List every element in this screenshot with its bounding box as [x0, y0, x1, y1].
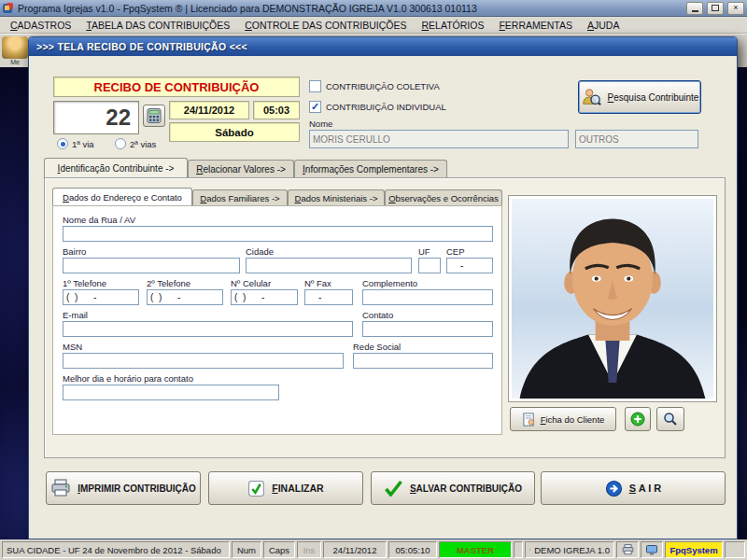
tab-identificacao-contribuinte[interactable]: Identificação Contribuinte -> — [44, 158, 188, 177]
rede-social-field[interactable] — [353, 353, 493, 369]
tab-observacoes-ocorrencias[interactable]: Observações e Ocorrências — [385, 189, 502, 205]
members-icon — [2, 36, 28, 59]
status-numlock: Num — [232, 541, 261, 558]
bairro-label: Bairro — [63, 246, 86, 257]
printer-icon — [50, 479, 71, 497]
bairro-field[interactable] — [63, 258, 240, 273]
portrait-photo-icon — [512, 199, 713, 399]
coletiva-checkbox[interactable]: CONTRIBUIÇÃO COLETIVA — [309, 80, 440, 92]
green-check-icon — [384, 480, 403, 497]
tab-label: Dados Ministeriais -> — [295, 193, 378, 203]
individual-checkbox[interactable]: ✓ CONTRIBUIÇÃO INDIVIDUAL — [309, 101, 446, 113]
inner-tabstrip: Dados do Endereço e Contato Dados Famili… — [52, 189, 502, 205]
maximize-button[interactable] — [707, 2, 724, 15]
receipt-number: 22 — [106, 105, 131, 131]
tab-dados-ministeriais[interactable]: Dados Ministeriais -> — [288, 189, 385, 205]
email-label: E-mail — [63, 310, 88, 320]
minimize-button[interactable] — [686, 2, 703, 15]
via1-radio[interactable]: 1ª via — [57, 138, 94, 149]
tab-label: Relacionar Valores -> — [196, 164, 286, 175]
menu-relatorios[interactable]: RELATÓRIOS — [416, 19, 491, 32]
msn-label: MSN — [63, 342, 82, 352]
receipt-date: 24/11/2012 — [184, 105, 234, 116]
app-mini-icon — [529, 545, 530, 554]
dialog-titlebar[interactable]: >>> TELA RECIBO DE CONTRIBUIÇÃO <<< — [29, 37, 737, 56]
complemento-label: Complemento — [362, 278, 417, 288]
main-tabstrip: Identificação Contribuinte -> Relacionar… — [44, 160, 726, 177]
close-button[interactable]: × — [727, 2, 744, 15]
receipt-time-box: 05:03 — [253, 101, 300, 119]
finalizar-label: FINALIZAR — [272, 483, 323, 494]
cep-field[interactable] — [446, 258, 493, 273]
melhor-contato-field[interactable] — [63, 385, 279, 400]
status-user-badge: MASTER — [439, 541, 512, 558]
tab-dados-familiares[interactable]: Dados Familiares -> — [192, 189, 288, 205]
fax-label: Nº Fax — [304, 278, 331, 288]
nome-field[interactable] — [309, 130, 569, 148]
cep-label: CEP — [446, 246, 465, 257]
dialog-title: >>> TELA RECIBO DE CONTRIBUIÇÃO <<< — [36, 41, 247, 52]
status-brand: FpqSystem — [665, 541, 723, 558]
sair-button[interactable]: S A I R — [541, 471, 726, 505]
melhor-contato-label: Melhor dia e horário para contato — [63, 373, 193, 384]
zoom-photo-button[interactable] — [656, 407, 684, 431]
salvar-contribuicao-button[interactable]: SALVAR CONTRIBUIÇÃO — [371, 471, 535, 505]
window-title: Programa Igrejas v1.0 - FpqSystem ® | Li… — [18, 3, 683, 14]
imprimir-contribuicao-button[interactable]: IMPRIMIR CONTRIBUIÇÃO — [46, 471, 201, 505]
status-printer-panel[interactable] — [616, 541, 639, 558]
fax-field[interactable] — [304, 289, 353, 305]
tab-label: Dados Familiares -> — [200, 193, 279, 203]
contato-field[interactable] — [362, 321, 493, 337]
tipo-contribuinte-field[interactable] — [575, 130, 698, 148]
magnifier-icon — [663, 412, 678, 427]
exit-arrow-icon — [605, 480, 623, 497]
pesquisa-contribuinte-button[interactable]: Pesquisa Contribuinte — [578, 80, 701, 114]
nome-label: Nome — [309, 119, 332, 129]
client-card-icon — [522, 413, 536, 427]
via2-label: 2ª vias — [130, 139, 156, 149]
tab-label: Observações e Ocorrências — [388, 193, 499, 203]
menu-ajuda[interactable]: AJUDA — [581, 19, 626, 32]
receipt-header: RECIBO DE CONTRIBUIÇÃO — [53, 77, 300, 97]
telefone1-field[interactable] — [63, 289, 139, 305]
finalizar-button[interactable]: FINALIZAR — [208, 471, 363, 505]
tab-dados-endereco[interactable]: Dados do Endereço e Contato — [52, 188, 192, 205]
maximize-icon — [712, 5, 719, 11]
complemento-field[interactable] — [362, 289, 493, 305]
telefone1-label: 1º Telefone — [63, 278, 106, 288]
monitor-icon — [646, 545, 657, 555]
msn-field[interactable] — [63, 353, 344, 369]
receipt-weekday-box: Sábado — [169, 122, 300, 142]
uf-field[interactable] — [418, 258, 441, 273]
calculator-button[interactable] — [143, 105, 165, 127]
calculator-icon — [147, 108, 162, 123]
individual-label: CONTRIBUIÇÃO INDIVIDUAL — [326, 102, 446, 112]
celular-field[interactable] — [231, 289, 298, 305]
ficha-cliente-button[interactable]: Ficha do Cliente — [510, 407, 616, 431]
status-monitor-panel[interactable] — [641, 541, 663, 558]
toolbar-button[interactable]: Me — [2, 36, 28, 65]
tab-relacionar-valores[interactable]: Relacionar Valores -> — [188, 160, 294, 177]
menu-controle-contribuicoes[interactable]: CONTROLE DAS CONTRIBUIÇÕES — [238, 19, 413, 32]
status-app-version: DEMO IGREJA 1.0 — [525, 541, 614, 558]
receipt-date-box: 24/11/2012 — [169, 101, 249, 119]
ficha-label: Ficha do Cliente — [541, 414, 605, 425]
toolbar-button-label: Me — [10, 59, 20, 65]
menu-ferramentas[interactable]: FERRAMENTAS — [492, 19, 579, 32]
tab-label: Identificação Contribuinte -> — [58, 163, 175, 174]
email-field[interactable] — [63, 321, 353, 337]
status-location: SUA CIDADE - UF 24 de Novembro de 2012 -… — [2, 541, 230, 558]
menubar: CADASTROS TABELA DAS CONTRIBUIÇÕES CONTR… — [0, 17, 747, 34]
telefone2-field[interactable] — [147, 289, 223, 305]
rua-field[interactable] — [63, 226, 493, 242]
celular-label: Nº Celular — [231, 278, 271, 288]
menu-cadastros[interactable]: CADASTROS — [4, 19, 78, 32]
add-photo-button[interactable] — [625, 407, 651, 431]
via2-radio[interactable]: 2ª vias — [115, 138, 156, 149]
tab-informacoes-complementares[interactable]: Informações Complementares -> — [294, 160, 447, 177]
menu-tabela-contribuicoes[interactable]: TABELA DAS CONTRIBUIÇÕES — [79, 19, 236, 32]
status-insert: Ins — [297, 541, 321, 558]
contato-label: Contato — [362, 310, 393, 320]
cidade-field[interactable] — [246, 258, 412, 273]
radio-unselected-icon — [115, 138, 126, 149]
